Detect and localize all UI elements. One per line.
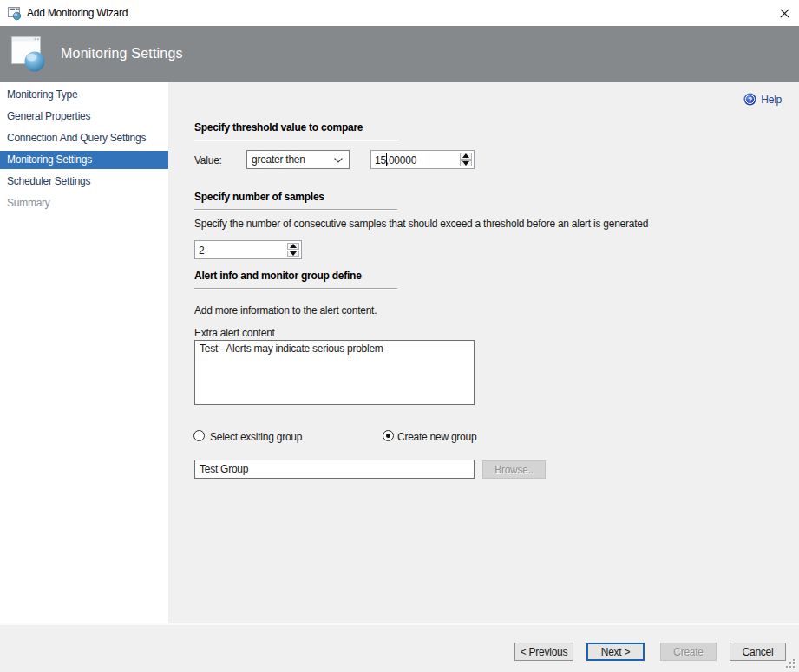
samples-description: Specify the number of consecutive sample… xyxy=(194,218,648,230)
group-name-input[interactable]: Test Group xyxy=(194,460,475,479)
threshold-value-input[interactable]: 15,00000 xyxy=(370,150,475,169)
spin-up-button[interactable] xyxy=(460,153,472,160)
select-existing-group-radio[interactable] xyxy=(193,430,205,441)
group-name-text: Test Group xyxy=(200,463,248,475)
wizard-header: Monitoring Settings xyxy=(0,26,799,82)
arrow-down-icon xyxy=(462,161,469,166)
samples-section-rule xyxy=(194,209,397,211)
wizard-page-content: ? Help Specify threshold value to compar… xyxy=(168,82,799,623)
wizard-window-icon xyxy=(7,5,23,21)
previous-button[interactable]: < Previous xyxy=(514,643,573,661)
spin-down-button[interactable] xyxy=(287,251,299,258)
close-icon xyxy=(780,9,789,18)
arrow-up-icon xyxy=(462,153,469,158)
create-new-group-label: Create new group xyxy=(397,431,476,443)
help-link[interactable]: ? Help xyxy=(743,93,782,106)
operator-dropdown[interactable]: greater then xyxy=(246,150,350,169)
close-button[interactable] xyxy=(770,0,799,26)
svg-text:?: ? xyxy=(748,95,752,104)
sidebar-item-summary[interactable]: Summary xyxy=(0,192,168,214)
title-bar: Add Monitoring Wizard xyxy=(0,0,799,26)
value-label: Value: xyxy=(194,154,222,166)
alert-section-rule xyxy=(194,288,397,290)
spin-up-button[interactable] xyxy=(287,243,299,250)
sidebar-item-monitoring-settings[interactable]: Monitoring Settings xyxy=(0,151,168,169)
page-title: Monitoring Settings xyxy=(61,26,183,82)
samples-section-heading: Specify number of samples xyxy=(194,191,324,203)
wizard-steps-sidebar: Monitoring Type General Properties Conne… xyxy=(0,82,168,624)
create-new-group-radio[interactable] xyxy=(383,430,394,441)
arrow-up-icon xyxy=(290,244,297,248)
text-caret xyxy=(386,153,387,166)
sidebar-item-general-properties[interactable]: General Properties xyxy=(0,106,168,127)
operator-selected-value: greater then xyxy=(252,153,305,166)
cancel-button[interactable]: Cancel xyxy=(730,643,786,661)
sidebar-item-monitoring-type[interactable]: Monitoring Type xyxy=(0,84,168,106)
threshold-value-text: 15,00000 xyxy=(375,154,416,166)
sidebar-item-scheduler-settings[interactable]: Scheduler Settings xyxy=(0,171,168,192)
select-existing-group-label: Select exsiting group xyxy=(210,431,302,443)
alert-section-heading: Alert info and monitor group define xyxy=(194,270,362,282)
resize-grip-icon[interactable] xyxy=(785,658,796,669)
sidebar-item-connection-and-query-settings[interactable]: Connection And Query Settings xyxy=(0,127,168,149)
samples-count-text: 2 xyxy=(199,245,204,257)
threshold-spin-buttons xyxy=(459,152,473,167)
extra-alert-content-textarea[interactable]: Test - Alerts may indicate serious probl… xyxy=(194,340,475,405)
extra-alert-content-label: Extra alert content xyxy=(194,327,275,339)
add-monitoring-wizard-window: Add Monitoring Wizard Monit xyxy=(0,0,799,672)
threshold-section-rule xyxy=(194,140,397,141)
spin-down-button[interactable] xyxy=(460,160,472,167)
next-button[interactable]: Next > xyxy=(586,643,645,661)
window-title: Add Monitoring Wizard xyxy=(27,7,128,19)
chevron-down-icon xyxy=(334,158,343,163)
samples-count-input[interactable]: 2 xyxy=(194,240,302,259)
monitoring-settings-icon xyxy=(11,34,46,74)
help-icon: ? xyxy=(743,93,756,106)
create-button[interactable]: Create xyxy=(660,643,717,661)
threshold-section-heading: Specify threshold value to compare xyxy=(194,121,363,134)
footer-bar: < Previous Next > Create Cancel xyxy=(0,625,799,672)
samples-spin-buttons xyxy=(286,242,300,258)
help-label: Help xyxy=(761,94,782,106)
group-choice-row: Select exsiting group Create new group xyxy=(168,429,799,443)
browse-button[interactable]: Browse.. xyxy=(482,460,546,479)
arrow-down-icon xyxy=(290,251,297,256)
alert-description: Add more information to the alert conten… xyxy=(194,304,377,316)
